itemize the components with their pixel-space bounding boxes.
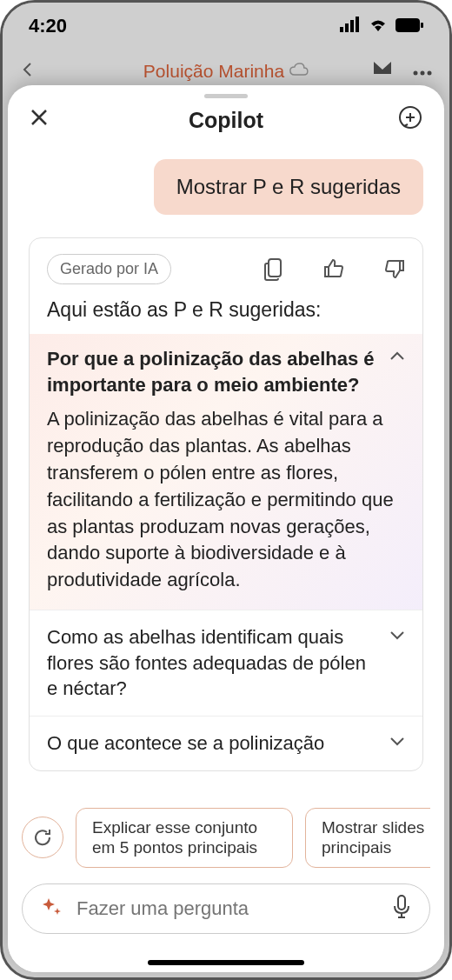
refresh-suggestions-button[interactable] [22,817,63,858]
svg-point-6 [414,71,418,76]
home-indicator[interactable] [148,960,304,965]
svg-rect-0 [340,27,343,32]
user-message: Mostrar P e R sugeridas [154,159,423,215]
suggestion-chip[interactable]: Explicar esse conjunto em 5 pontos princ… [76,808,293,869]
chevron-down-icon [389,734,405,750]
status-bar: 4:20 [3,3,449,50]
document-title: Poluição Marinha [143,61,309,82]
svg-point-8 [428,71,432,76]
chevron-up-icon [389,350,405,365]
thumbs-up-icon[interactable] [323,258,344,281]
svg-rect-10 [269,259,281,277]
cloud-icon [289,63,309,81]
more-icon[interactable] [413,63,432,79]
sparkle-icon [42,897,63,921]
phone-frame: 4:20 Poluição Marinha [0,0,452,980]
ai-card-header: Gerado por IA [30,254,422,295]
ai-intro-text: Aqui estão as P e R sugeridas: [30,295,422,334]
qa-item-expanded[interactable]: Por que a polinização das abelhas é impo… [30,334,422,610]
present-icon[interactable] [371,59,394,83]
copilot-sheet: Copilot Mostrar P e R sugeridas Gerado p… [8,85,444,972]
new-chat-icon[interactable] [389,105,423,135]
battery-icon [396,15,423,37]
thumbs-down-icon[interactable] [384,258,405,281]
close-icon[interactable] [29,106,63,134]
qa-answer: A polinização das abelhas é vital para a… [47,406,405,594]
clock: 4:20 [29,15,67,37]
mic-icon[interactable] [393,895,410,923]
sheet-title: Copilot [189,108,263,133]
chevron-down-icon [389,628,405,643]
qa-item-collapsed[interactable]: O que acontece se a polinização [30,716,422,770]
header-actions [371,59,432,83]
qa-question: Como as abelhas identificam quais flores… [47,624,381,702]
suggestion-chip[interactable]: Mostrar slides principais [305,808,430,869]
svg-rect-5 [421,23,423,28]
ai-response-card: Gerado por IA Aqui estão as P e R sug [29,237,423,771]
bottom-area: Explicar esse conjunto em 5 pontos princ… [8,799,444,973]
wifi-icon [368,15,389,37]
svg-rect-11 [398,896,405,910]
copy-icon[interactable] [264,258,283,281]
qa-item-collapsed[interactable]: Como as abelhas identificam quais flores… [30,610,422,716]
svg-rect-3 [356,17,359,32]
prompt-input-container[interactable] [22,883,430,934]
suggestion-row: Explicar esse conjunto em 5 pontos princ… [22,808,430,869]
svg-rect-4 [396,18,420,32]
svg-point-7 [421,71,425,76]
status-icons [340,15,423,37]
ai-generated-badge: Gerado por IA [47,254,171,284]
back-icon[interactable] [20,62,41,81]
signal-icon [340,15,361,37]
svg-rect-1 [345,23,349,32]
ai-actions [264,258,405,281]
svg-rect-2 [350,20,354,32]
qa-question: O que acontece se a polinização [47,730,324,757]
prompt-input[interactable] [76,897,379,920]
sheet-header: Copilot [8,98,444,150]
chat-area: Mostrar P e R sugeridas Gerado por IA [8,150,444,799]
qa-question: Por que a polinização das abelhas é impo… [47,346,381,397]
